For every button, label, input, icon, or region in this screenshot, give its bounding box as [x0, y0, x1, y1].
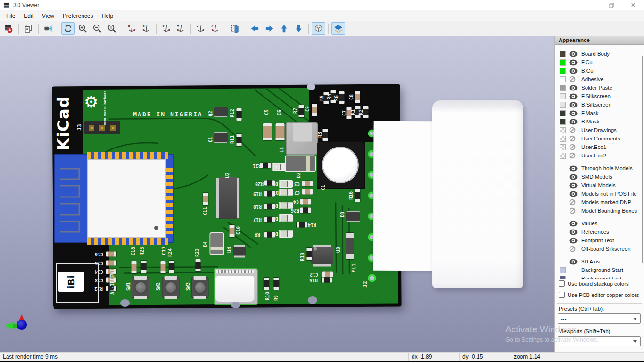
eye-icon[interactable] [569, 110, 578, 116]
eye-icon[interactable] [569, 51, 578, 57]
appearance-scrollbar[interactable] [642, 56, 643, 263]
appearance-row-virtual-models[interactable]: Virtual Models [555, 181, 641, 189]
eye-icon[interactable] [569, 221, 578, 227]
menu-view[interactable]: View [38, 11, 58, 21]
appearance-row-background-end[interactable]: Background End [555, 274, 641, 279]
color-swatch[interactable] [560, 119, 566, 125]
render-raytracing-button[interactable] [41, 22, 55, 35]
rotate-y-counterclockwise-button[interactable]: Y [174, 22, 188, 35]
close-button[interactable]: × [622, 0, 644, 10]
menu-preferences[interactable]: Preferences [58, 11, 98, 21]
color-swatch[interactable] [560, 51, 566, 57]
eye-icon[interactable] [569, 93, 578, 99]
eye-slash-icon[interactable] [569, 76, 578, 82]
eye-icon[interactable] [569, 174, 578, 180]
color-swatch[interactable] [560, 136, 566, 142]
appearance-row-b-mask[interactable]: B.Mask [555, 117, 641, 126]
appearance-row-smd-models[interactable]: SMD Models [555, 173, 641, 181]
pan-left-button[interactable] [248, 22, 262, 35]
export-board-image-button[interactable] [2, 22, 16, 35]
eye-slash-icon[interactable] [569, 136, 578, 142]
minimize-button[interactable]: — [579, 0, 601, 10]
appearance-row-f-mask[interactable]: F.Mask [555, 109, 641, 117]
menu-help[interactable]: Help [98, 11, 118, 21]
eye-icon[interactable] [569, 191, 578, 197]
eye-slash-icon[interactable] [569, 199, 578, 206]
appearance-row-b-silkscreen[interactable]: B.Silkscreen [555, 100, 641, 109]
presets-dropdown[interactable]: --- [558, 313, 641, 324]
eye-slash-icon[interactable] [569, 153, 578, 159]
3d-viewport-canvas[interactable]: KiCad ⚙ iBi MADE IN NIGERIAopen source h… [0, 36, 554, 352]
eye-icon[interactable] [569, 259, 578, 265]
appearance-row-values[interactable]: Values [555, 219, 641, 228]
appearance-row-b-cu[interactable]: B.Cu [555, 66, 641, 75]
eye-slash-icon[interactable] [569, 144, 578, 150]
menu-file[interactable]: File [2, 11, 19, 21]
eye-slash-icon[interactable] [569, 246, 578, 252]
use-board-stackup-colors-checkbox[interactable]: Use board stackup colors [559, 280, 629, 287]
rotate-z-counterclockwise-button[interactable]: Z [208, 22, 222, 35]
eye-icon[interactable] [569, 229, 578, 235]
color-swatch[interactable] [560, 93, 566, 99]
color-swatch[interactable] [560, 110, 566, 116]
rotate-y-clockwise-button[interactable]: Y [159, 22, 173, 35]
appearance-row-solder-paste[interactable]: Solder Paste [555, 83, 641, 92]
use-pcb-editor-copper-colors-checkbox[interactable]: Use PCB editor copper colors [559, 292, 639, 298]
rotate-x-counterclockwise-button[interactable]: X [140, 22, 153, 35]
color-swatch[interactable] [560, 76, 566, 82]
appearance-row-user-comments[interactable]: User.Comments [555, 134, 641, 143]
pan-right-button[interactable] [263, 22, 276, 35]
restore-button[interactable] [601, 0, 622, 10]
color-swatch[interactable] [560, 267, 566, 273]
color-swatch[interactable] [560, 102, 566, 108]
appearance-row-through-hole-models[interactable]: Through-hole Models [555, 164, 641, 173]
appearance-manager-button[interactable] [331, 22, 345, 35]
menu-edit[interactable]: Edit [19, 11, 38, 21]
color-swatch[interactable] [560, 59, 566, 66]
zoom-in-button[interactable] [76, 22, 90, 35]
eye-icon[interactable] [569, 238, 578, 244]
checkbox-box[interactable] [559, 280, 565, 287]
eye-slash-icon[interactable] [569, 208, 578, 214]
color-swatch[interactable] [560, 85, 566, 91]
appearance-row-user-drawings[interactable]: User.Drawings [555, 126, 641, 134]
appearance-row-background-start[interactable]: Background Start [555, 266, 641, 274]
rotate-z-clockwise-button[interactable]: Z [194, 22, 207, 35]
appearance-row-user-eco2[interactable]: User.Eco2 [555, 151, 641, 160]
pan-up-button[interactable] [277, 22, 291, 35]
appearance-row-models-not-in-pos-file[interactable]: Models not in POS File [555, 189, 641, 198]
appearance-row-off-board-silkscreen[interactable]: Off-board Silkscreen [555, 245, 641, 253]
eye-icon[interactable] [569, 119, 578, 125]
appearance-row-models-marked-dnp[interactable]: Models marked DNP [555, 198, 641, 206]
eye-icon[interactable] [569, 85, 578, 91]
appearance-row-model-bounding-boxes[interactable]: Model Bounding Boxes [555, 206, 641, 215]
eye-icon[interactable] [569, 59, 578, 66]
appearance-row-footprint-text[interactable]: Footprint Text [555, 236, 641, 245]
appearance-row-3d-axis[interactable]: 3D Axis [555, 257, 641, 266]
checkbox-box[interactable] [559, 292, 565, 298]
appearance-row-board-body[interactable]: Board Body [555, 49, 641, 58]
appearance-row-f-cu[interactable]: F.Cu [555, 58, 641, 66]
appearance-row-adhesive[interactable]: Adhesive [555, 75, 641, 83]
color-swatch[interactable] [560, 153, 566, 159]
color-swatch[interactable] [560, 276, 566, 280]
appearance-row-user-eco1[interactable]: User.Eco1 [555, 143, 641, 151]
copy-image-to-clipboard-button[interactable] [22, 22, 35, 35]
eye-icon[interactable] [569, 102, 578, 108]
orthographic-projection-button[interactable] [312, 22, 325, 35]
eye-icon[interactable] [569, 182, 578, 189]
color-swatch[interactable] [560, 127, 566, 133]
eye-slash-icon[interactable] [569, 127, 578, 133]
eye-icon[interactable] [569, 165, 578, 172]
zoom-to-fit-button[interactable] [105, 22, 119, 35]
pan-down-button[interactable] [292, 22, 305, 35]
rotate-x-clockwise-button[interactable]: X [125, 22, 139, 35]
appearance-row-f-silkscreen[interactable]: F.Silkscreen [555, 92, 641, 100]
color-swatch[interactable] [560, 68, 566, 74]
appearance-row-references[interactable]: References [555, 228, 641, 236]
redraw-view-button[interactable] [61, 22, 75, 35]
viewports-dropdown[interactable]: --- [558, 336, 641, 346]
flip-board-button[interactable] [228, 22, 242, 35]
zoom-out-button[interactable] [91, 22, 104, 35]
color-swatch[interactable] [560, 144, 566, 150]
